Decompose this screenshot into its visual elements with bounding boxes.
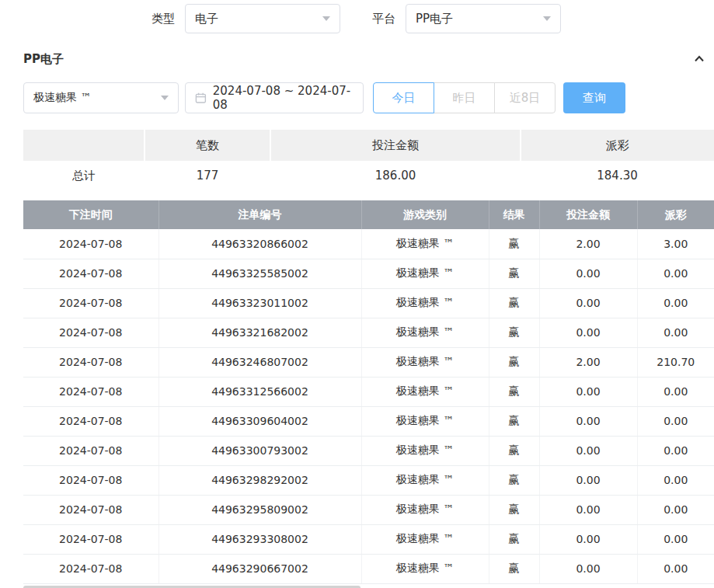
horizontal-scrollbar-thumb[interactable] bbox=[23, 586, 360, 588]
table-row: 2024-07-0844963321682002极速糖果 ™赢0.000.00 bbox=[23, 318, 714, 347]
table-cell: 极速糖果 ™ bbox=[361, 554, 489, 583]
table-cell: 0.00 bbox=[637, 436, 714, 465]
table-cell: 赢 bbox=[489, 229, 539, 259]
table-cell: 极速糖果 ™ bbox=[361, 377, 489, 406]
table-cell: 44963325585002 bbox=[158, 259, 361, 288]
summary-total-label: 总计 bbox=[23, 161, 145, 190]
table-cell: 赢 bbox=[489, 554, 539, 583]
table-cell: 3.00 bbox=[637, 229, 714, 259]
bets-table-body: 2024-07-0844963320866002极速糖果 ™赢2.003.002… bbox=[23, 229, 714, 583]
table-row: 2024-07-0844963323011002极速糖果 ™赢0.000.00 bbox=[23, 288, 714, 318]
top-filter-bar: 类型 电子 平台 PP电子 bbox=[0, 0, 714, 37]
table-cell: 赢 bbox=[489, 318, 539, 347]
table-cell: 2024-07-08 bbox=[23, 288, 158, 318]
section-header: PP电子 bbox=[0, 50, 714, 68]
chevron-up-icon bbox=[692, 52, 706, 66]
table-cell: 赢 bbox=[489, 495, 539, 524]
table-cell: 0.00 bbox=[539, 495, 637, 524]
table-cell: 0.00 bbox=[637, 495, 714, 524]
table-cell: 2024-07-08 bbox=[23, 465, 158, 495]
table-row: 2024-07-0844963290667002极速糖果 ™赢0.000.00 bbox=[23, 554, 714, 583]
table-cell: 2024-07-08 bbox=[23, 406, 158, 436]
table-cell: 赢 bbox=[489, 288, 539, 318]
table-cell: 0.00 bbox=[637, 465, 714, 495]
table-cell: 44963293308002 bbox=[158, 524, 361, 554]
table-cell: 0.00 bbox=[539, 377, 637, 406]
platform-select-value: PP电子 bbox=[416, 12, 453, 26]
table-cell: 0.00 bbox=[637, 554, 714, 583]
bets-header-payout: 派彩 bbox=[637, 200, 714, 229]
table-cell: 2.00 bbox=[539, 229, 637, 259]
platform-select[interactable]: PP电子 bbox=[406, 4, 561, 33]
table-cell: 0.00 bbox=[637, 259, 714, 288]
collapse-section-button[interactable] bbox=[692, 52, 706, 66]
table-cell: 0.00 bbox=[539, 259, 637, 288]
calendar-icon bbox=[195, 92, 207, 104]
table-row: 2024-07-0844963295809002极速糖果 ™赢0.000.00 bbox=[23, 495, 714, 524]
section-title: PP电子 bbox=[23, 52, 64, 67]
yesterday-button[interactable]: 昨日 bbox=[434, 82, 495, 113]
chevron-down-icon bbox=[161, 96, 169, 100]
last-8-days-button[interactable]: 近8日 bbox=[494, 82, 556, 113]
table-row: 2024-07-0844963309604002极速糖果 ™赢0.000.00 bbox=[23, 406, 714, 436]
table-cell: 赢 bbox=[489, 259, 539, 288]
chevron-down-icon bbox=[322, 16, 330, 21]
table-cell: 0.00 bbox=[539, 288, 637, 318]
table-cell: 0.00 bbox=[637, 288, 714, 318]
table-cell: 赢 bbox=[489, 377, 539, 406]
table-cell: 44963320866002 bbox=[158, 229, 361, 259]
date-range-input[interactable]: 2024-07-08 ~ 2024-07-08 bbox=[185, 82, 364, 113]
bets-header-row: 下注时间 注单编号 游戏类别 结果 投注金额 派彩 bbox=[23, 200, 714, 229]
table-cell: 2024-07-08 bbox=[23, 347, 158, 377]
table-cell: 极速糖果 ™ bbox=[361, 318, 489, 347]
table-cell: 2024-07-08 bbox=[23, 259, 158, 288]
table-cell: 极速糖果 ™ bbox=[361, 288, 489, 318]
table-cell: 极速糖果 ™ bbox=[361, 259, 489, 288]
summary-header-empty bbox=[23, 130, 145, 161]
table-cell: 0.00 bbox=[539, 554, 637, 583]
table-cell: 赢 bbox=[489, 465, 539, 495]
table-cell: 210.70 bbox=[637, 347, 714, 377]
table-cell: 44963295809002 bbox=[158, 495, 361, 524]
quick-range-group: 今日 昨日 近8日 bbox=[373, 82, 556, 113]
table-cell: 赢 bbox=[489, 524, 539, 554]
table-cell: 极速糖果 ™ bbox=[361, 436, 489, 465]
table-cell: 极速糖果 ™ bbox=[361, 524, 489, 554]
type-label: 类型 bbox=[152, 12, 175, 26]
summary-total-count: 177 bbox=[145, 161, 270, 190]
table-cell: 0.00 bbox=[539, 318, 637, 347]
table-cell: 44963323011002 bbox=[158, 288, 361, 318]
table-cell: 2024-07-08 bbox=[23, 495, 158, 524]
bets-header-bet-amount: 投注金额 bbox=[539, 200, 637, 229]
today-button[interactable]: 今日 bbox=[373, 82, 434, 113]
table-cell: 0.00 bbox=[637, 406, 714, 436]
table-cell: 2024-07-08 bbox=[23, 377, 158, 406]
summary-total-row: 总计 177 186.00 184.30 bbox=[23, 161, 714, 190]
game-select-value: 极速糖果 ™ bbox=[33, 91, 91, 105]
type-select-value: 电子 bbox=[195, 12, 218, 26]
table-cell: 44963321682002 bbox=[158, 318, 361, 347]
summary-header-bet-amount: 投注金额 bbox=[270, 130, 521, 161]
table-cell: 极速糖果 ™ bbox=[361, 495, 489, 524]
summary-total-bet-amount: 186.00 bbox=[270, 161, 521, 190]
table-cell: 44963290667002 bbox=[158, 554, 361, 583]
bet-records-page: 类型 电子 平台 PP电子 PP电子 极速糖果 ™ bbox=[0, 0, 714, 588]
table-cell: 44963246807002 bbox=[158, 347, 361, 377]
game-select[interactable]: 极速糖果 ™ bbox=[23, 82, 179, 113]
bets-header-time: 下注时间 bbox=[23, 200, 158, 229]
table-cell: 44963300793002 bbox=[158, 436, 361, 465]
table-cell: 0.00 bbox=[637, 524, 714, 554]
search-button[interactable]: 查询 bbox=[563, 82, 625, 113]
table-cell: 2.00 bbox=[539, 347, 637, 377]
type-select[interactable]: 电子 bbox=[185, 4, 340, 33]
table-cell: 极速糖果 ™ bbox=[361, 465, 489, 495]
table-row: 2024-07-0844963293308002极速糖果 ™赢0.000.00 bbox=[23, 524, 714, 554]
date-range-value: 2024-07-08 ~ 2024-07-08 bbox=[213, 84, 354, 112]
summary-header-count: 笔数 bbox=[145, 130, 270, 161]
table-cell: 2024-07-08 bbox=[23, 318, 158, 347]
table-cell: 0.00 bbox=[539, 524, 637, 554]
table-row: 2024-07-0844963312566002极速糖果 ™赢0.000.00 bbox=[23, 377, 714, 406]
table-cell: 0.00 bbox=[637, 318, 714, 347]
table-cell: 2024-07-08 bbox=[23, 229, 158, 259]
summary-total-payout: 184.30 bbox=[521, 161, 714, 190]
